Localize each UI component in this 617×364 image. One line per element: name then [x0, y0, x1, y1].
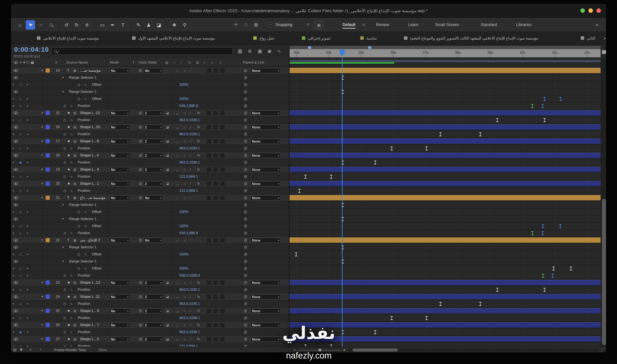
graph-toggle-icon[interactable]: ∿	[70, 117, 73, 123]
property-pickwhip-icon[interactable]: @	[244, 131, 247, 138]
playhead-line[interactable]	[342, 58, 343, 347]
property-row-position[interactable]: ◂◆▸◷∿Position963.0,1036.1@	[11, 159, 289, 166]
layer-row-20[interactable]: ▾20★▨Shape L.. 1No▾@2▾◪◡☼∕fx@None▾	[11, 180, 289, 187]
add-keyframe-icon[interactable]: ◇	[19, 95, 22, 102]
blend-mode-select[interactable]: No▾	[109, 337, 130, 342]
layer-switch-icon[interactable]: ∕	[190, 67, 191, 74]
track-matte-select[interactable]: 2▾	[143, 111, 163, 116]
next-keyframe-icon[interactable]: ▸	[27, 187, 29, 194]
property-row-offset[interactable]: ◂◇▸◷∿Offset100%@	[11, 223, 289, 230]
stopwatch-icon[interactable]: ◷	[77, 223, 80, 229]
switch-well[interactable]	[220, 139, 225, 144]
twirl-icon[interactable]: ▾	[41, 293, 43, 300]
eraser-tool[interactable]: ◪	[154, 20, 164, 30]
next-keyframe-icon[interactable]: ▸	[27, 209, 29, 215]
twirl-icon[interactable]: ▾	[62, 216, 64, 222]
local-axis-mode-icon[interactable]: ✛	[234, 22, 238, 27]
composition-mini-flow-button[interactable]: ▥	[13, 348, 16, 352]
keyframe-icon[interactable]	[541, 104, 544, 108]
stopwatch-icon[interactable]: ◷	[63, 102, 66, 109]
property-group-row[interactable]: ▾Range Selector 1@	[11, 258, 289, 265]
layer-switch-icon[interactable]: ∕	[190, 279, 191, 286]
property-value[interactable]: 963.0,1036.1	[179, 300, 200, 307]
horizontal-scrollbar[interactable]	[348, 349, 599, 351]
property-row-position[interactable]: ◂◇▸◷∿Position963.0,1036.1@	[11, 131, 289, 138]
graph-toggle-icon[interactable]: ∿	[84, 209, 87, 215]
switch-well[interactable]	[206, 139, 211, 144]
keyframe-icon[interactable]	[541, 231, 544, 235]
graph-toggle-icon[interactable]: ∿	[70, 315, 73, 321]
visibility-toggle-icon[interactable]	[13, 324, 18, 326]
switch-well[interactable]	[213, 308, 218, 314]
next-keyframe-icon[interactable]: ▸	[27, 131, 29, 138]
prev-keyframe-icon[interactable]: ◂	[13, 209, 14, 215]
switch-well[interactable]	[220, 280, 225, 285]
keyframe-icon[interactable]	[479, 302, 481, 306]
parent-select[interactable]: None▾	[250, 181, 281, 186]
layer-duration-bar[interactable]	[290, 195, 601, 200]
property-pickwhip-icon[interactable]: @	[244, 300, 247, 307]
prev-keyframe-icon[interactable]: ◂	[13, 131, 14, 138]
layer-switch-icon[interactable]: ☼	[183, 67, 186, 74]
workspace-standard[interactable]: Standard	[481, 22, 497, 27]
track-matte-select[interactable]: 2▾	[143, 139, 163, 144]
parent-pickwhip-icon[interactable]: @	[244, 194, 247, 201]
twirl-icon[interactable]: ▾	[41, 279, 43, 286]
workspace-menu-icon[interactable]: ≡	[362, 22, 365, 27]
property-row-position[interactable]: ◂◇▸◷∿Position548.0,1008.0@	[11, 272, 289, 279]
workspace-libraries[interactable]: Libraries	[516, 22, 532, 27]
timeline-lane[interactable]	[290, 117, 601, 124]
twirl-icon[interactable]: ▾	[62, 258, 64, 265]
layer-switch-icon[interactable]: ◡	[176, 152, 179, 159]
track-matte-pickwhip-icon[interactable]: @	[139, 336, 142, 342]
layer-switch-icon[interactable]: fx	[197, 166, 200, 173]
matte-type-toggle-icon[interactable]: ◪	[166, 152, 169, 159]
property-pickwhip-icon[interactable]: @	[244, 265, 247, 272]
layer-switch-icon[interactable]: ◡	[176, 293, 179, 300]
layer-switch-icon[interactable]: fx	[197, 293, 200, 300]
stopwatch-icon[interactable]: ◷	[77, 209, 80, 215]
switch-well[interactable]	[213, 153, 218, 158]
layer-row-14[interactable]: ▾14T▣مؤسسة صـ...No▾@No▾♁☼∕@None▾	[11, 67, 289, 74]
layer-switch-icon[interactable]: ◡	[176, 336, 179, 342]
roto-brush-tool[interactable]: ❖	[170, 20, 179, 30]
switch-well[interactable]	[220, 308, 225, 314]
zoom-light[interactable]	[580, 8, 585, 13]
layer-switch-icon[interactable]: ☼	[183, 166, 186, 173]
parent-pickwhip-icon[interactable]: @	[244, 307, 247, 314]
prev-keyframe-icon[interactable]: ◂	[13, 315, 14, 321]
visibility-toggle-icon[interactable]	[13, 154, 18, 157]
layer-switch-icon[interactable]: ∕	[190, 124, 191, 130]
timeline-lane[interactable]	[290, 258, 601, 265]
shy-layers-icon[interactable]: ▣	[258, 48, 262, 54]
property-row-position[interactable]: ◂◇▸◷∿Position963.0,1036.1@	[11, 117, 289, 124]
keyframe-icon[interactable]	[374, 161, 376, 164]
render-time-icon[interactable]: ◔	[39, 348, 41, 351]
layer-duration-bar[interactable]	[290, 167, 601, 172]
switch-well[interactable]	[206, 337, 211, 342]
layer-switch-icon[interactable]: ☼	[183, 124, 186, 130]
property-value[interactable]: 963.0,1036.1	[179, 329, 200, 335]
timeline-lane[interactable]	[290, 173, 601, 180]
track-matte-pickwhip-icon[interactable]: @	[139, 124, 142, 130]
keyframe-icon[interactable]	[304, 344, 307, 347]
prev-keyframe-icon[interactable]: ◂	[13, 95, 14, 102]
keyframe-icon[interactable]	[330, 175, 332, 179]
visibility-toggle-icon[interactable]	[13, 246, 18, 249]
layer-switch-icon[interactable]: ∕	[190, 138, 191, 145]
layer-row-21[interactable]: ▾21T▣مؤسسة صـ...داعNo▾@No▾♁☼∕@None▾	[11, 194, 289, 201]
prev-keyframe-icon[interactable]: ◂	[13, 187, 14, 194]
keyframe-icon[interactable]	[390, 316, 393, 320]
stopwatch-icon[interactable]: ◷	[63, 230, 66, 236]
track-matte-select[interactable]: No▾	[143, 68, 163, 73]
label-color-chip[interactable]	[46, 280, 50, 285]
layer-switch-icon[interactable]: ◡	[176, 322, 179, 328]
twirl-icon[interactable]: ▾	[41, 110, 43, 116]
prev-keyframe-icon[interactable]: ◂	[13, 251, 14, 258]
add-keyframe-icon[interactable]: ◇	[19, 173, 22, 180]
label-color-chip[interactable]	[46, 238, 50, 242]
switch-well[interactable]	[206, 181, 211, 186]
view-axis-mode-icon[interactable]: ▦	[254, 22, 258, 27]
layer-switch-icon[interactable]: ∕	[190, 293, 191, 300]
layer-switch-icon[interactable]: fx	[197, 138, 200, 145]
